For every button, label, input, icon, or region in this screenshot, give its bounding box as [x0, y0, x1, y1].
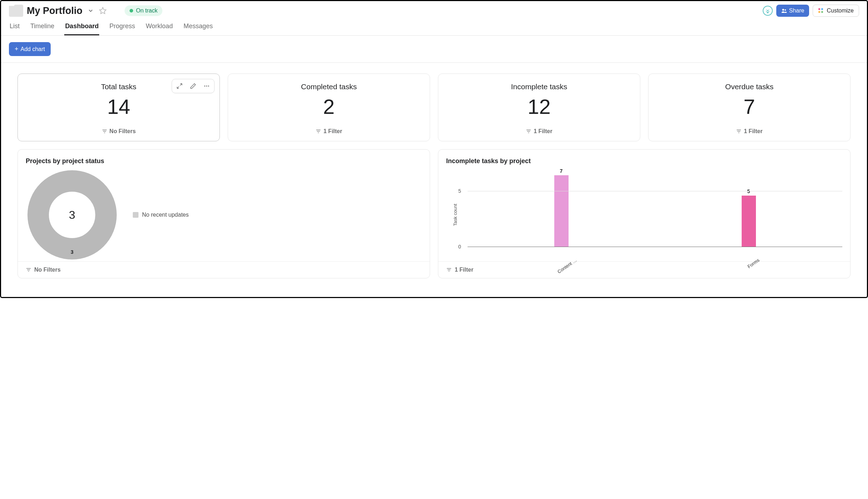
- stat-cards-row: Total tasks14No FiltersCompleted tasks21…: [17, 74, 851, 141]
- header-actions: Share Customize: [763, 5, 859, 17]
- filter-label: 1 Filter: [323, 128, 342, 135]
- filter-label: 1 Filter: [534, 128, 552, 135]
- bar-value-label: 7: [560, 168, 563, 174]
- status-dot-icon: [130, 9, 133, 12]
- bar: [742, 196, 756, 247]
- donut-filter-label: No Filters: [34, 267, 61, 273]
- bar-group: 7: [551, 168, 572, 247]
- y-tick: 0: [458, 244, 461, 250]
- app-logo-icon[interactable]: [763, 6, 773, 16]
- filter-icon: [26, 267, 31, 273]
- stat-card-value: 12: [528, 95, 551, 119]
- filter-icon: [736, 128, 742, 134]
- filter-label: 1 Filter: [744, 128, 762, 135]
- nav-tabs: ListTimelineDashboardProgressWorkloadMes…: [1, 17, 867, 36]
- chart-cards-row: Projects by project status 3 3 No recent…: [17, 149, 851, 278]
- bar-y-axis-label: Task count: [453, 204, 458, 226]
- more-icon: [203, 83, 210, 89]
- bar-value-label: 5: [747, 188, 750, 194]
- customize-label: Customize: [827, 7, 854, 14]
- tab-timeline[interactable]: Timeline: [30, 20, 55, 35]
- pencil-icon: [190, 83, 196, 89]
- tab-dashboard[interactable]: Dashboard: [64, 20, 99, 35]
- bar-filter-label: 1 Filter: [455, 267, 473, 273]
- filter-icon: [526, 128, 531, 134]
- bar-chart-title: Incomplete tasks by project: [446, 157, 842, 165]
- customize-button[interactable]: Customize: [813, 5, 859, 17]
- svg-rect-6: [818, 11, 820, 13]
- more-button[interactable]: [200, 81, 213, 91]
- bar-x-labels: Content …Forms: [468, 257, 842, 263]
- stat-card-1[interactable]: Completed tasks21 Filter: [228, 74, 430, 141]
- legend-label: No recent updates: [142, 212, 189, 218]
- donut-chart-card[interactable]: Projects by project status 3 3 No recent…: [17, 149, 430, 278]
- y-tick: 5: [458, 188, 461, 194]
- svg-point-10: [208, 86, 209, 87]
- star-icon: [99, 7, 107, 15]
- stat-card-title: Overdue tasks: [725, 82, 773, 91]
- people-icon: [781, 8, 787, 14]
- donut-chart-title: Projects by project status: [26, 157, 422, 165]
- donut-center-value: 3: [69, 208, 75, 222]
- bar: [554, 175, 569, 247]
- chevron-down-icon: [87, 7, 94, 14]
- stat-card-value: 2: [323, 95, 334, 119]
- expand-button[interactable]: [173, 81, 186, 91]
- share-label: Share: [789, 7, 804, 14]
- tab-progress[interactable]: Progress: [108, 20, 136, 35]
- app-window: My Portfolio On track Share: [0, 0, 868, 298]
- stat-card-3[interactable]: Overdue tasks71 Filter: [648, 74, 851, 141]
- card-hover-actions: [172, 79, 215, 93]
- gridline: [468, 191, 842, 191]
- topbar: My Portfolio On track Share: [1, 1, 867, 17]
- stat-card-title: Total tasks: [101, 82, 136, 91]
- donut-segment-label: 3: [71, 249, 74, 255]
- add-chart-label: Add chart: [21, 46, 45, 52]
- favorite-button[interactable]: [99, 7, 107, 15]
- expand-icon: [176, 83, 183, 89]
- folder-icon: [9, 5, 23, 17]
- title-row: My Portfolio On track: [9, 5, 162, 17]
- donut-body: 3 3 No recent updates: [26, 168, 422, 261]
- bars-container: 75: [468, 168, 842, 247]
- filter-label: No Filters: [110, 128, 136, 135]
- donut-card-footer[interactable]: No Filters: [18, 261, 430, 278]
- stat-card-filter[interactable]: 1 Filter: [736, 128, 762, 135]
- edit-button[interactable]: [186, 81, 200, 91]
- donut-chart: 3 3: [26, 168, 118, 261]
- stat-card-value: 14: [107, 95, 130, 119]
- stat-card-filter[interactable]: 1 Filter: [316, 128, 342, 135]
- stat-card-filter[interactable]: No Filters: [102, 128, 136, 135]
- portfolio-title: My Portfolio: [27, 5, 82, 16]
- tab-list[interactable]: List: [9, 20, 20, 35]
- svg-point-3: [784, 9, 786, 11]
- bar-chart-area: Task count 75 05 Content …Forms: [446, 168, 842, 261]
- filter-icon: [446, 267, 452, 273]
- title-dropdown-button[interactable]: [86, 7, 95, 15]
- tab-workload[interactable]: Workload: [145, 20, 173, 35]
- svg-rect-4: [818, 8, 820, 10]
- grid-icon: [818, 8, 824, 14]
- stat-card-2[interactable]: Incomplete tasks121 Filter: [438, 74, 640, 141]
- svg-point-8: [204, 86, 205, 87]
- stat-card-title: Completed tasks: [301, 82, 357, 91]
- tab-messages[interactable]: Messages: [183, 20, 213, 35]
- filter-icon: [316, 128, 321, 134]
- share-button[interactable]: Share: [776, 5, 809, 17]
- svg-marker-0: [100, 7, 106, 14]
- bar-plot: 75 05: [468, 168, 842, 247]
- stat-card-filter[interactable]: 1 Filter: [526, 128, 552, 135]
- plus-icon: +: [15, 45, 19, 53]
- svg-rect-5: [821, 8, 823, 10]
- donut-legend-item: No recent updates: [133, 212, 189, 218]
- bar-card-footer[interactable]: 1 Filter: [438, 261, 850, 278]
- dashboard-toolbar: + Add chart: [1, 36, 867, 63]
- stat-card-0[interactable]: Total tasks14No Filters: [17, 74, 220, 141]
- dashboard-content: Total tasks14No FiltersCompleted tasks21…: [1, 63, 867, 297]
- status-pill[interactable]: On track: [125, 5, 162, 16]
- status-label: On track: [136, 7, 157, 14]
- add-chart-button[interactable]: + Add chart: [9, 42, 51, 56]
- filter-icon: [102, 128, 107, 134]
- bar-chart-card[interactable]: Incomplete tasks by project Task count 7…: [438, 149, 851, 278]
- legend-color-swatch: [133, 212, 138, 218]
